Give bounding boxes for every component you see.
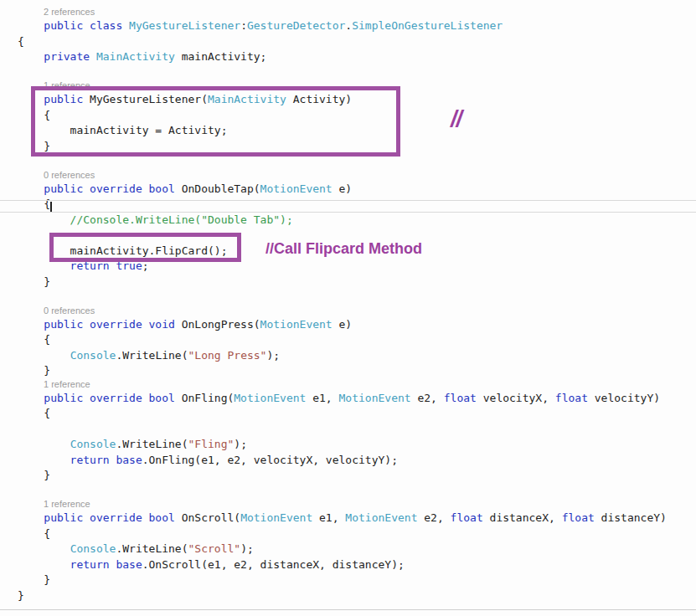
code-token-kw: float <box>444 392 477 404</box>
code-token-type: MotionEvent <box>234 392 306 404</box>
code-token-plain: { <box>18 407 50 419</box>
code-line[interactable]: { <box>18 406 696 422</box>
code-token-plain: e1, <box>306 392 338 404</box>
code-token-plain: } <box>18 275 50 288</box>
code-token-plain: .OnScroll(e1, e2, distanceX, distanceY); <box>142 558 405 571</box>
code-token-kw: public class <box>18 19 129 32</box>
codelens-reference-count[interactable]: 2 references <box>18 7 696 18</box>
editor-bottom-divider <box>0 609 696 610</box>
code-token-plain: } <box>18 573 50 586</box>
code-line[interactable]: { <box>18 197 696 213</box>
code-line[interactable]: } <box>18 588 696 604</box>
code-token-type: MyGestureListener <box>129 19 240 32</box>
code-line[interactable]: return base.OnFling(e1, e2, velocityX, v… <box>18 453 696 469</box>
code-token-type: Console <box>70 349 116 362</box>
code-line-blank[interactable] <box>18 65 696 81</box>
code-token-plain: OnFling( <box>182 392 235 404</box>
code-line[interactable]: public override void OnLongPress(MotionE… <box>18 317 696 333</box>
code-token-kw: public override bool <box>18 182 182 195</box>
code-line[interactable]: public class MyGestureListener:GestureDe… <box>18 18 696 34</box>
code-token-plain: velocityY) <box>588 392 660 404</box>
code-token-plain: OnLongPress( <box>182 318 260 331</box>
code-token-plain: OnScroll( <box>182 511 240 524</box>
code-token-plain: e2, <box>411 392 444 404</box>
code-token-type: MotionEvent <box>345 511 417 524</box>
code-token-kw: return base <box>18 454 142 466</box>
code-token-type: MainActivity <box>96 50 175 63</box>
code-line-blank[interactable] <box>18 422 696 438</box>
code-token-plain: ); <box>266 349 280 362</box>
code-token-cm: //Console.WriteLine("Double Tab"); <box>18 213 293 226</box>
code-line[interactable]: public override bool OnDoubleTap(MotionE… <box>18 182 696 198</box>
code-line[interactable]: Console.WriteLine("Fling"); <box>18 437 696 453</box>
code-token-kw: float <box>555 392 588 404</box>
codelens-reference-count[interactable]: 0 references <box>18 170 696 182</box>
code-token-plain: { <box>18 35 24 48</box>
code-token-plain: e) <box>333 318 352 331</box>
code-token-kw: return base <box>18 558 142 571</box>
code-token-plain: . <box>345 19 352 32</box>
code-token-kw: float <box>562 511 595 524</box>
code-token-kw: public override void <box>18 318 182 331</box>
code-token-plain: e2, <box>417 511 450 524</box>
codelens-reference-count[interactable]: 1 reference <box>18 379 696 391</box>
code-line-blank[interactable] <box>18 290 696 305</box>
code-token-kw: float <box>451 511 483 524</box>
code-token-type: MotionEvent <box>260 318 333 331</box>
code-line[interactable]: } <box>18 275 696 290</box>
code-token-plain: { <box>18 333 50 346</box>
code-line[interactable]: { <box>18 34 696 50</box>
code-line-blank[interactable] <box>18 484 696 500</box>
codelens-reference-count[interactable]: 1 reference <box>18 499 696 511</box>
code-token-kw: public override bool <box>18 392 182 404</box>
code-token-plain: { <box>18 527 50 540</box>
code-line[interactable]: return base.OnScroll(e1, e2, distanceX, … <box>18 557 696 573</box>
annotation-callout-flipcard: //Call Flipcard Method <box>266 240 422 258</box>
code-token-type: GestureDetector <box>247 19 345 32</box>
code-token-str: "Fling" <box>188 438 235 450</box>
code-token-plain: } <box>18 469 50 481</box>
code-editor-screenshot: 2 references public class MyGestureListe… <box>0 0 696 616</box>
code-token-kw: private <box>18 50 96 63</box>
code-token-plain: ); <box>240 542 254 555</box>
code-token-plain: .WriteLine( <box>116 438 188 450</box>
code-token-type: MotionEvent <box>339 392 411 404</box>
code-token-plain: } <box>18 589 24 602</box>
code-token-plain: OnDoubleTap( <box>182 182 260 195</box>
code-token-plain: ); <box>234 438 247 450</box>
code-line[interactable]: public override bool OnFling(MotionEvent… <box>18 391 696 407</box>
code-token-plain: e1, <box>312 511 345 524</box>
code-token-type: MotionEvent <box>240 511 312 524</box>
code-line[interactable]: Console.WriteLine("Long Press"); <box>18 348 696 364</box>
code-line[interactable]: } <box>18 572 696 588</box>
annotation-box-constructor <box>31 86 400 157</box>
code-token-type: Console <box>70 438 116 450</box>
code-line[interactable]: } <box>18 468 696 484</box>
code-token-plain: .WriteLine( <box>116 349 188 362</box>
code-token-plain: velocityX, <box>477 392 555 404</box>
code-line[interactable]: Console.WriteLine("Scroll"); <box>18 542 696 557</box>
code-token-plain: } <box>18 364 50 377</box>
code-token-plain: .WriteLine( <box>116 542 188 555</box>
code-line[interactable]: } <box>18 363 696 379</box>
code-token-plain <box>18 438 70 450</box>
code-token-plain <box>18 349 70 362</box>
code-token-plain: { <box>18 198 50 210</box>
code-line[interactable]: private MainActivity mainActivity; <box>18 49 696 65</box>
text-cursor <box>50 202 52 212</box>
codelens-reference-count[interactable]: 0 references <box>18 305 696 317</box>
code-token-plain: e) <box>333 182 352 195</box>
annotation-slashes: // <box>451 106 461 132</box>
code-line[interactable]: public override bool OnScroll(MotionEven… <box>18 511 696 526</box>
code-line[interactable]: //Console.WriteLine("Double Tab"); <box>18 213 696 228</box>
code-line[interactable]: { <box>18 332 696 348</box>
code-token-str: "Scroll" <box>188 542 241 555</box>
code-token-type: MotionEvent <box>260 182 333 195</box>
code-token-str: "Long Press" <box>188 349 267 362</box>
code-token-plain <box>18 542 70 555</box>
code-token-plain: mainActivity; <box>175 50 267 63</box>
annotation-box-flipcard-call <box>49 233 241 262</box>
code-line[interactable]: { <box>18 526 696 542</box>
code-token-plain: : <box>240 19 247 32</box>
code-token-kw: public override bool <box>18 511 182 524</box>
